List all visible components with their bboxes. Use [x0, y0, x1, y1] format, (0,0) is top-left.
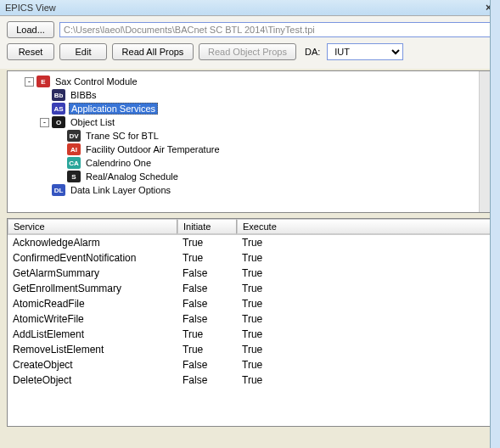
- table-row[interactable]: CreateObjectFalseTrue: [8, 357, 492, 372]
- tree-obj-ai[interactable]: AI Facility Outdoor Air Temperature: [55, 143, 491, 156]
- cell-service: RemoveListElement: [8, 344, 177, 356]
- edit-button[interactable]: Edit: [59, 43, 107, 60]
- bibbs-icon: Bb: [52, 89, 65, 101]
- epics-icon: E: [37, 76, 50, 87]
- cell-initiate: False: [177, 298, 237, 310]
- cell-execute: True: [237, 359, 492, 371]
- tree-obj-ai-label: Facility Outdoor Air Temperature: [84, 144, 222, 154]
- tree-root[interactable]: - E Sax Control Module: [25, 75, 491, 88]
- tree-obj-dv-label: Trane SC for BTL: [84, 131, 160, 141]
- appsvc-icon: AS: [52, 103, 65, 115]
- tree-root-label: Sax Control Module: [53, 76, 139, 87]
- table-row[interactable]: DeleteObjectFalseTrue: [8, 372, 492, 388]
- table-body: AcknowledgeAlarmTrueTrueConfirmedEventNo…: [8, 235, 492, 388]
- cell-service: AcknowledgeAlarm: [8, 237, 177, 249]
- datalink-icon: DL: [52, 184, 65, 196]
- col-service[interactable]: Service: [8, 219, 177, 234]
- cell-service: AtomicWriteFile: [8, 313, 177, 325]
- calendar-icon: CA: [67, 157, 81, 169]
- table-row[interactable]: RemoveListElementTrueTrue: [8, 342, 492, 357]
- cell-execute: True: [237, 298, 492, 310]
- path-input[interactable]: [59, 22, 493, 37]
- tree-obj-s[interactable]: S Real/Analog Schedule: [55, 170, 491, 183]
- cell-service: GetAlarmSummary: [8, 267, 177, 279]
- cell-initiate: True: [177, 237, 237, 249]
- read-all-props-button[interactable]: Read All Props: [112, 43, 194, 60]
- cell-execute: True: [237, 344, 492, 356]
- tree-obj-dv[interactable]: DV Trane SC for BTL: [55, 129, 491, 143]
- read-object-props-button[interactable]: Read Object Props: [199, 43, 296, 60]
- tree-data-link[interactable]: DL Data Link Layer Options: [40, 183, 491, 197]
- tree-app-services-label: Application Services: [69, 103, 158, 115]
- cell-initiate: False: [177, 374, 237, 386]
- cell-initiate: False: [177, 283, 237, 294]
- load-button[interactable]: Load...: [7, 21, 54, 38]
- window-title: EPICS View: [5, 3, 56, 13]
- cell-initiate: True: [177, 252, 237, 264]
- cell-execute: True: [237, 313, 492, 325]
- tree-app-services[interactable]: AS Application Services: [40, 102, 491, 115]
- col-initiate[interactable]: Initiate: [177, 219, 237, 234]
- toolbar: Load... Reset Edit Read All Props Read O…: [0, 16, 500, 69]
- collapse-icon[interactable]: -: [40, 118, 49, 127]
- cell-service: AddListElement: [8, 328, 177, 340]
- cell-initiate: False: [177, 267, 237, 279]
- cell-initiate: False: [177, 313, 237, 325]
- tree-obj-s-label: Real/Analog Schedule: [84, 171, 180, 182]
- tree-object-list-label: Object List: [69, 117, 116, 127]
- cell-service: CreateObject: [8, 359, 177, 371]
- title-bar: EPICS View ×: [0, 0, 500, 16]
- da-label: DA:: [301, 47, 322, 57]
- right-border: [490, 0, 500, 448]
- service-table: Service Initiate Execute AcknowledgeAlar…: [7, 218, 493, 427]
- table-row[interactable]: AtomicWriteFileFalseTrue: [8, 311, 492, 327]
- table-row[interactable]: AtomicReadFileFalseTrue: [8, 296, 492, 311]
- table-row[interactable]: AddListElementTrueTrue: [8, 327, 492, 342]
- cell-execute: True: [237, 252, 492, 264]
- table-row[interactable]: AcknowledgeAlarmTrueTrue: [8, 235, 492, 250]
- tree-obj-ca[interactable]: CA Calendrino One: [55, 156, 491, 170]
- cell-initiate: True: [177, 344, 237, 356]
- device-icon: DV: [67, 130, 81, 142]
- cell-service: ConfirmedEventNotification: [8, 252, 177, 264]
- cell-initiate: False: [177, 359, 237, 371]
- tree-data-link-label: Data Link Layer Options: [69, 185, 172, 195]
- table-row[interactable]: GetEnrollmentSummaryFalseTrue: [8, 281, 492, 296]
- tree-object-list[interactable]: - O Object List: [40, 115, 491, 129]
- cell-execute: True: [237, 237, 492, 249]
- schedule-icon: S: [67, 171, 81, 182]
- cell-service: AtomicReadFile: [8, 298, 177, 310]
- tree-bibbs-label: BIBBs: [69, 90, 98, 100]
- tree-obj-ca-label: Calendrino One: [84, 158, 153, 168]
- reset-button[interactable]: Reset: [7, 43, 54, 60]
- cell-execute: True: [237, 374, 492, 386]
- da-select[interactable]: IUT: [327, 43, 403, 60]
- tree-panel: - E Sax Control Module Bb BIBBs AS Appli…: [7, 70, 493, 213]
- table-row[interactable]: ConfirmedEventNotificationTrueTrue: [8, 250, 492, 266]
- tree-bibbs[interactable]: Bb BIBBs: [40, 88, 491, 102]
- table-row[interactable]: GetAlarmSummaryFalseTrue: [8, 266, 492, 281]
- cell-service: DeleteObject: [8, 374, 177, 386]
- cell-execute: True: [237, 283, 492, 294]
- cell-initiate: True: [177, 328, 237, 340]
- objlist-icon: O: [52, 116, 65, 128]
- cell-service: GetEnrollmentSummary: [8, 283, 177, 294]
- cell-execute: True: [237, 267, 492, 279]
- collapse-icon[interactable]: -: [25, 77, 34, 87]
- table-header: Service Initiate Execute: [8, 219, 492, 235]
- cell-execute: True: [237, 328, 492, 340]
- col-execute[interactable]: Execute: [237, 219, 492, 234]
- analog-input-icon: AI: [67, 143, 81, 155]
